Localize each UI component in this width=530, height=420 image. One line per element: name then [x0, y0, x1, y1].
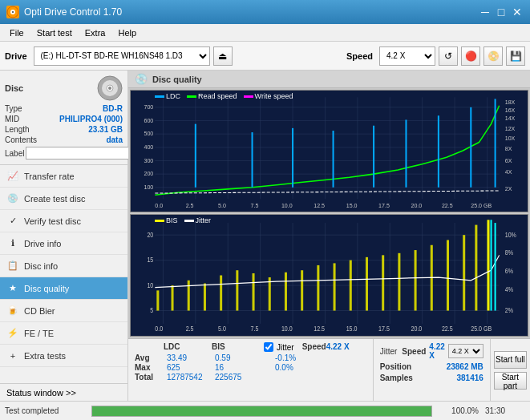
svg-text:10.0: 10.0 — [281, 203, 293, 209]
svg-text:8X: 8X — [505, 146, 512, 152]
stats-table: LDC BIS Jitter Speed 4.22 X Avg 33.49 0.… — [128, 339, 373, 401]
sidebar-item-cd-bier[interactable]: 🍺 CD Bier — [0, 300, 127, 322]
toolbar-btn1[interactable]: 🔴 — [461, 46, 480, 66]
svg-text:7.5: 7.5 — [251, 325, 259, 333]
ldc-legend-label: LDC — [166, 92, 180, 100]
menu-help[interactable]: Help — [111, 26, 143, 39]
drive-label: Drive — [5, 51, 27, 61]
chart1: LDC Read speed Write speed — [130, 90, 528, 212]
svg-text:8%: 8% — [505, 249, 513, 257]
toolbar: Drive (E:) HL-DT-ST BD-RE WH16NS48 1.D3 … — [0, 42, 530, 71]
extra-tests-icon: + — [6, 349, 19, 362]
content-area: 💿 Disc quality LDC Read speed — [128, 71, 530, 401]
sidebar-item-disc-quality[interactable]: ★ Disc quality — [0, 277, 127, 300]
svg-text:20: 20 — [147, 231, 153, 239]
create-test-disc-icon: 💿 — [6, 192, 19, 205]
stats-max-row: Max 625 16 0.0% — [135, 363, 366, 372]
write-speed-legend-label: Write speed — [255, 92, 293, 100]
start-part-button[interactable]: Start part — [494, 372, 527, 390]
menu-start-test[interactable]: Start test — [30, 26, 79, 39]
svg-rect-115 — [415, 250, 417, 311]
speed-select[interactable]: 4.2 X Max 8 X — [379, 46, 435, 66]
svg-text:15.0: 15.0 — [346, 325, 358, 333]
read-speed-legend-dot — [187, 95, 196, 98]
disc-type-label: Type — [5, 104, 22, 113]
svg-text:4X: 4X — [505, 169, 512, 176]
toolbar-save-button[interactable]: 💾 — [506, 46, 525, 66]
sidebar-item-extra-tests[interactable]: + Extra tests — [0, 345, 127, 367]
svg-text:2%: 2% — [505, 306, 513, 314]
sidebar-item-drive-info[interactable]: ℹ Drive info — [0, 232, 127, 255]
svg-rect-113 — [382, 255, 384, 310]
svg-rect-109 — [317, 265, 319, 311]
jitter-legend-dot — [184, 220, 194, 222]
disc-label-label: Label — [5, 149, 24, 158]
maximize-button[interactable]: □ — [495, 6, 508, 18]
eject-button[interactable]: ⏏ — [213, 46, 233, 66]
legend-ldc: LDC — [155, 92, 180, 100]
menu-extra[interactable]: Extra — [79, 26, 112, 39]
stats-row: LDC BIS Jitter Speed 4.22 X Avg 33.49 0.… — [128, 338, 530, 401]
toolbar-btn2[interactable]: 📀 — [483, 46, 503, 66]
svg-rect-119 — [475, 225, 477, 311]
status-window-button[interactable]: Status window >> — [0, 383, 127, 401]
ldc-header: LDC — [164, 342, 212, 352]
minimize-button[interactable]: ─ — [479, 6, 492, 18]
disc-label-input[interactable] — [26, 147, 132, 160]
cd-bier-icon: 🍺 — [6, 305, 19, 317]
main-layout: Disc Type BD-R MID PHILIPRO4 (000) Lengt… — [0, 71, 530, 401]
sidebar-item-create-test-disc[interactable]: 💿 Create test disc — [0, 188, 127, 210]
svg-rect-105 — [253, 273, 255, 311]
action-buttons: Start full Start part — [490, 339, 530, 401]
drive-select[interactable]: (E:) HL-DT-ST BD-RE WH16NS48 1.D3 — [34, 46, 210, 66]
menu-file[interactable]: File — [3, 26, 30, 39]
verify-test-disc-icon: ✓ — [6, 215, 19, 228]
window-controls: ─ □ ✕ — [479, 6, 524, 18]
title-bar-left: Opti Drive Control 1.70 — [6, 6, 122, 18]
jitter-checkbox[interactable] — [264, 342, 273, 352]
speed-stat-select[interactable]: 4.2 X — [448, 344, 483, 358]
status-window-label: Status window >> — [6, 388, 76, 398]
svg-text:25.0 GB: 25.0 GB — [471, 325, 492, 333]
svg-rect-104 — [236, 270, 238, 310]
status-text: Test completed — [5, 406, 85, 415]
disc-mid-label: MID — [5, 115, 19, 123]
svg-rect-112 — [366, 257, 368, 311]
svg-text:25.0 GB: 25.0 GB — [471, 203, 492, 209]
samples-label: Samples — [380, 374, 413, 382]
sidebar-item-verify-test-disc[interactable]: ✓ Verify test disc — [0, 210, 127, 232]
disc-contents-label: Contents — [5, 135, 37, 144]
svg-rect-100 — [172, 285, 174, 310]
chart1-legend: LDC Read speed Write speed — [155, 92, 293, 100]
svg-text:6%: 6% — [505, 267, 513, 275]
bis-legend-label: BIS — [166, 216, 178, 224]
disc-section-label: Disc — [5, 83, 23, 93]
sidebar: Disc Type BD-R MID PHILIPRO4 (000) Lengt… — [0, 71, 128, 401]
svg-rect-107 — [285, 273, 287, 311]
start-full-button[interactable]: Start full — [494, 351, 527, 369]
svg-text:18X: 18X — [505, 99, 516, 106]
svg-text:10X: 10X — [505, 135, 516, 142]
statusbar: Test completed 100.0% 31:30 — [0, 401, 530, 420]
legend-bis: BIS — [155, 216, 178, 224]
svg-text:6X: 6X — [505, 157, 512, 164]
svg-text:10: 10 — [147, 281, 153, 289]
sidebar-item-fe-te[interactable]: ⚡ FE / TE — [0, 322, 127, 345]
disc-contents-value: data — [106, 135, 123, 144]
disc-mid-row: MID PHILIPRO4 (000) — [5, 115, 123, 123]
samples-value: 381416 — [456, 374, 483, 382]
stats-right-panel: Jitter Speed 4.22 X 4.2 X Position 23862… — [373, 339, 490, 401]
sidebar-item-disc-info[interactable]: 📋 Disc info — [0, 255, 127, 277]
svg-rect-7 — [131, 91, 528, 212]
svg-text:22.5: 22.5 — [442, 203, 453, 209]
ldc-legend-dot — [155, 95, 164, 98]
svg-text:4%: 4% — [505, 285, 513, 293]
stats-avg-row: Avg 33.49 0.59 -0.1% — [135, 353, 366, 362]
svg-point-6 — [108, 87, 111, 90]
speed-apply-button[interactable]: ↺ — [439, 46, 458, 66]
close-button[interactable]: ✕ — [511, 6, 524, 18]
sidebar-item-transfer-rate[interactable]: 📈 Transfer rate — [0, 165, 127, 188]
svg-rect-114 — [398, 253, 400, 311]
svg-text:5.0: 5.0 — [218, 325, 226, 333]
position-row: Position 23862 MB — [380, 362, 483, 371]
